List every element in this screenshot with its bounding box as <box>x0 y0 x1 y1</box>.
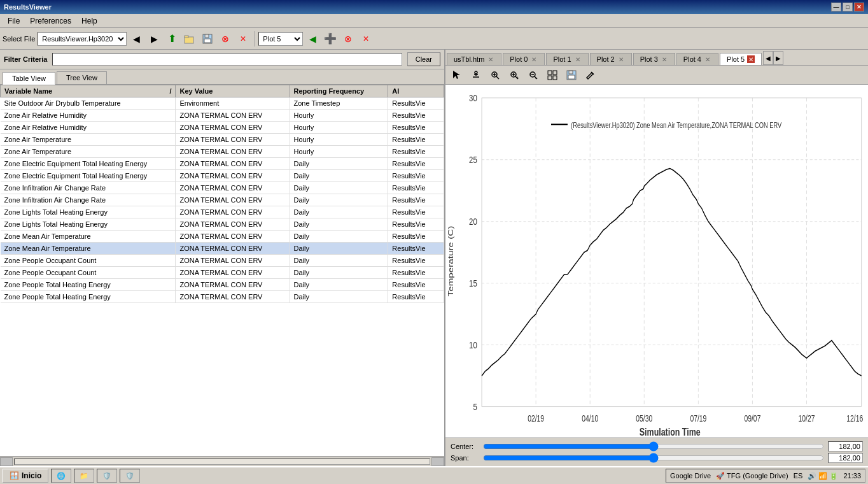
filter-input[interactable] <box>52 53 402 66</box>
language-indicator: ES <box>794 472 803 480</box>
cell-source: ResultsVie <box>388 97 444 110</box>
clear-button[interactable]: Clear <box>407 52 440 66</box>
taskbar-chrome[interactable]: 🌐 <box>51 469 71 483</box>
cell-source: ResultsVie <box>388 122 444 134</box>
span-slider[interactable] <box>483 453 824 462</box>
open-button[interactable] <box>181 31 198 47</box>
cell-frequency: Daily <box>290 279 388 291</box>
taskbar-app2[interactable]: 🛡️ <box>120 469 140 483</box>
svg-text:+: + <box>516 75 519 80</box>
file-select[interactable]: ResultsViewer.Hp3020 <box>38 32 127 46</box>
close-plot3-icon[interactable]: ✕ <box>661 55 668 63</box>
zoom-tool-button[interactable] <box>486 68 504 83</box>
close-plot4-icon[interactable]: ✕ <box>704 55 711 63</box>
table-row[interactable]: Zone Air Temperature ZONA TERMAL CON ERV… <box>1 134 444 146</box>
col-header-keyvalue[interactable]: Key Value <box>176 85 290 97</box>
filter-criteria-label: Filter Criteria <box>4 55 47 63</box>
table-row[interactable]: Zone Mean Air Temperature ZONA TERMAL CO… <box>1 243 444 255</box>
plot-remove-button[interactable]: ⊗ <box>340 31 356 47</box>
table-row[interactable]: Zone Lights Total Heating Energy ZONA TE… <box>1 206 444 218</box>
col-header-varname[interactable]: Variable Name / <box>1 85 176 97</box>
cell-frequency: Daily <box>290 218 388 231</box>
table-row[interactable]: Zone Air Relative Humidity ZONA TERMAL C… <box>1 110 444 122</box>
col-header-frequency[interactable]: Reporting Frequency <box>290 85 388 97</box>
save-button[interactable] <box>199 31 216 47</box>
table-row[interactable]: Zone Air Temperature ZONA TERMAL CON ERV… <box>1 146 444 158</box>
horizontal-scrollbar[interactable] <box>0 456 444 466</box>
plot-back-button[interactable]: ◀ <box>304 31 321 47</box>
tab-table-view[interactable]: Table View <box>3 72 55 85</box>
table-row[interactable]: Zone Electric Equipment Total Heating En… <box>1 158 444 170</box>
taskbar-explorer[interactable]: 📁 <box>74 469 94 483</box>
close-ustblhtm-icon[interactable]: ✕ <box>487 55 494 63</box>
table-row[interactable]: Zone Air Relative Humidity ZONA TERMAL C… <box>1 122 444 134</box>
taskbar: 🪟 Inicio 🌐 📁 🛡️ 🛡️ Google Drive 🚀 TFG (G… <box>0 466 868 484</box>
title-bar-title: ResultsViewer <box>4 3 52 11</box>
svg-text:5: 5 <box>473 401 477 412</box>
center-slider[interactable] <box>483 442 824 451</box>
close-plot1-icon[interactable]: ✕ <box>574 55 582 63</box>
table-row[interactable]: Zone Infiltration Air Change Rate ZONA T… <box>1 194 444 206</box>
table-row[interactable]: Site Outdoor Air Drybulb Temperature Env… <box>1 97 444 110</box>
tab-scroll-right[interactable]: ▶ <box>773 51 783 65</box>
table-row[interactable]: Zone Mean Air Temperature ZONA TERMAL CO… <box>1 231 444 243</box>
plot-tab-ustblhtm[interactable]: usTbl.htm ✕ <box>447 53 501 65</box>
select-tool-button[interactable] <box>448 68 466 83</box>
table-row[interactable]: Zone People Occupant Count ZONA TERMAL C… <box>1 267 444 279</box>
svg-text:(ResultsViewer.Hp3020) Zone Me: (ResultsViewer.Hp3020) Zone Mean Air Tem… <box>571 121 782 130</box>
svg-text:Temperature (C): Temperature (C) <box>447 226 455 297</box>
data-table-container[interactable]: Variable Name / Key Value Reporting Freq… <box>0 85 444 456</box>
grid-button[interactable] <box>543 68 561 83</box>
cell-keyvalue: ZONA TERMAL CON ERV <box>176 110 290 122</box>
menu-file[interactable]: File <box>3 15 25 27</box>
zoom-in-button[interactable]: + <box>505 68 523 83</box>
remove-button2[interactable]: ✕ <box>235 31 251 47</box>
minimize-button[interactable]: — <box>831 3 841 11</box>
tab-scroll-left[interactable]: ◀ <box>763 51 773 65</box>
save-chart-button[interactable] <box>563 68 580 83</box>
plot-add-button[interactable]: ➕ <box>322 31 339 47</box>
table-row[interactable]: Zone Infiltration Air Change Rate ZONA T… <box>1 182 444 194</box>
plot-tab-plot3[interactable]: Plot 3 ✕ <box>633 53 675 65</box>
close-plot5-icon[interactable]: ✕ <box>747 55 755 63</box>
menu-help[interactable]: Help <box>76 15 102 27</box>
plot-tab-plot0[interactable]: Plot 0 ✕ <box>503 53 545 65</box>
close-plot0-icon[interactable]: ✕ <box>530 55 538 63</box>
plot-select[interactable]: Plot 5 <box>258 32 303 46</box>
plot-tab-plot2[interactable]: Plot 2 ✕ <box>590 53 632 65</box>
edit-button[interactable] <box>582 68 599 83</box>
toolbar: Select File ResultsViewer.Hp3020 ◀ ▶ ⬆ ⊗… <box>0 28 868 50</box>
tab-tree-view[interactable]: Tree View <box>57 71 107 84</box>
plot-tab-plot4[interactable]: Plot 4 ✕ <box>676 53 718 65</box>
table-row[interactable]: Zone People Total Heating Energy ZONA TE… <box>1 291 444 303</box>
cell-frequency: Daily <box>290 255 388 267</box>
zoom-out-button[interactable]: - <box>524 68 542 83</box>
forward-button[interactable]: ▶ <box>146 31 162 47</box>
cell-source: ResultsVie <box>388 110 444 122</box>
svg-rect-21 <box>553 71 557 75</box>
svg-text:Simulation Time: Simulation Time <box>640 427 701 438</box>
table-row[interactable]: Zone People Occupant Count ZONA TERMAL C… <box>1 255 444 267</box>
start-button[interactable]: 🪟 Inicio <box>3 469 48 483</box>
table-row[interactable]: Zone People Total Heating Energy ZONA TE… <box>1 279 444 291</box>
cell-keyvalue: Environment <box>176 97 290 110</box>
menu-preferences[interactable]: Preferences <box>25 15 76 27</box>
close-plot2-icon[interactable]: ✕ <box>617 55 625 63</box>
table-row[interactable]: Zone Electric Equipment Total Heating En… <box>1 170 444 182</box>
plot-tab-plot1[interactable]: Plot 1 ✕ <box>546 53 588 65</box>
pan-tool-button[interactable] <box>467 68 485 83</box>
svg-text:10: 10 <box>469 340 477 351</box>
close-button[interactable]: ✕ <box>854 3 864 11</box>
back-button[interactable]: ◀ <box>128 31 144 47</box>
plot-tab-plot5[interactable]: Plot 5 ✕ <box>720 53 762 66</box>
svg-text:20: 20 <box>469 217 477 227</box>
col-header-al[interactable]: Al <box>388 85 444 97</box>
home-button[interactable]: ⬆ <box>164 31 180 47</box>
windows-icon: 🪟 <box>10 471 19 480</box>
taskbar-app1[interactable]: 🛡️ <box>97 469 117 483</box>
remove-button1[interactable]: ⊗ <box>217 31 234 47</box>
plot-close-button[interactable]: ✕ <box>358 31 374 47</box>
table-row[interactable]: Zone Lights Total Heating Energy ZONA TE… <box>1 218 444 231</box>
clock: 21:33 <box>843 472 861 480</box>
maximize-button[interactable]: □ <box>843 3 853 11</box>
